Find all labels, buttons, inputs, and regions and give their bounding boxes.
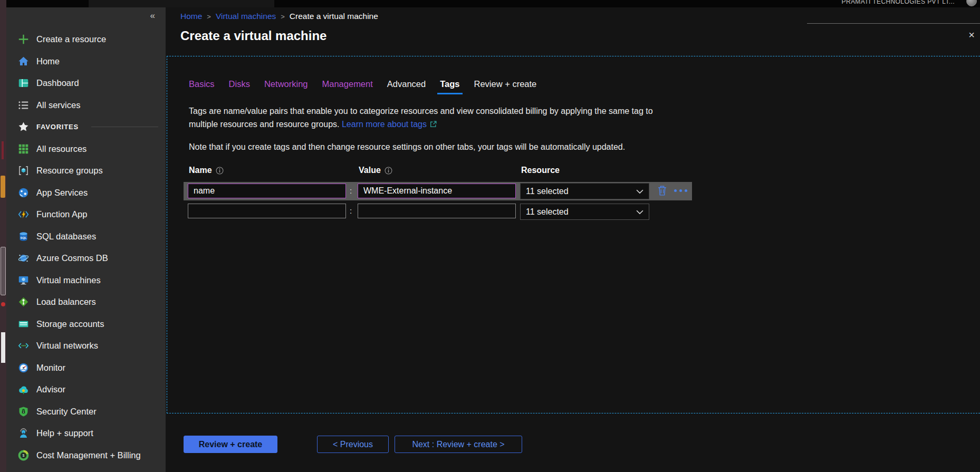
sidebar-item-function-app[interactable]: Function App [6,204,166,226]
pair-separator: : [350,186,352,195]
tag-name-input-empty[interactable] [188,204,346,218]
sidebar-item-monitor[interactable]: Monitor [6,357,166,379]
sidebar-item-create-a-resource[interactable]: Create a resource [6,28,166,51]
tab-advanced[interactable]: Advanced [387,79,426,89]
delete-row-button[interactable] [657,185,667,196]
sidebar-item-label: Dashboard [36,78,79,88]
column-header-name: Name [189,166,224,175]
sidebar-item-label: Monitor [36,363,65,373]
tag-name-input[interactable] [188,184,346,198]
svg-text:SQL: SQL [21,236,27,239]
chevron-down-icon [636,187,643,196]
previous-button[interactable]: < Previous [317,436,389,453]
sidebar-item-label: All services [36,100,80,110]
tab-management[interactable]: Management [322,79,373,89]
top-bar: PRAMATI TECHNOLOGIES PVT LT... [6,0,980,7]
sidebar-item-label: Advisor [36,384,65,394]
resource-dropdown-value: 11 selected [526,207,569,217]
close-icon[interactable]: × [968,30,975,40]
column-header-resource: Resource [521,166,560,175]
tag-value-input-empty[interactable] [358,204,516,218]
sidebar-item-load-balancers[interactable]: Load balancers [6,291,166,313]
resource-dropdown-value: 11 selected [526,187,569,196]
user-avatar-icon[interactable] [966,0,977,6]
sidebar-item-app-services[interactable]: App Services [6,182,166,204]
topbar-segment [89,0,274,7]
main-content: Home > Virtual machines > Create a virtu… [166,7,980,472]
sidebar-item-virtual-machines[interactable]: Virtual machines [6,269,166,292]
tab-disks[interactable]: Disks [229,79,250,89]
security-center-icon [18,406,29,417]
sidebar-item-azure-cosmos-db[interactable]: Azure Cosmos DB [6,247,166,269]
sidebar-item-storage-accounts[interactable]: Storage accounts [6,313,166,335]
collapse-sidebar-button[interactable]: « [150,11,155,21]
sidebar-item-label: Create a resource [36,34,106,44]
breadcrumb-virtual-machines[interactable]: Virtual machines [216,12,276,21]
info-icon[interactable] [216,167,224,175]
svg-text:$: $ [23,454,25,457]
tab-basics[interactable]: Basics [189,79,215,89]
page-title: Create a virtual machine [180,28,326,43]
sidebar-item-resource-groups[interactable]: Resource groups [6,160,166,182]
virtual-networks-icon [18,340,29,351]
info-icon[interactable] [385,167,392,175]
learn-more-link[interactable]: Learn more about tags [342,120,427,129]
app-services-icon [18,187,29,198]
tab-networking[interactable]: Networking [264,79,308,89]
load-balancers-icon [18,296,29,307]
chevron-down-icon [636,207,643,217]
sidebar-item-label: Cost Management + Billing [36,450,141,460]
sidebar-item-sql-databases[interactable]: SQL SQL databases [6,226,166,248]
tags-description: Tags are name/value pairs that enable yo… [189,104,653,132]
tag-value-input[interactable] [358,184,516,198]
column-header-value: Value [359,166,392,175]
sidebar-item-label: Azure Cosmos DB [36,253,108,263]
breadcrumb-separator: > [207,13,211,21]
sidebar-item-all-services[interactable]: All services [6,94,166,117]
tab-tags[interactable]: Tags [440,79,459,89]
resource-dropdown[interactable]: 11 selected [520,183,649,199]
ellipsis-dot [674,189,677,192]
breadcrumb-home[interactable]: Home [180,12,202,21]
pair-separator: : [350,206,352,215]
sidebar-item-label: Function App [36,209,87,219]
sql-databases-icon: SQL [18,231,29,242]
sidebar-section-label: FAVORITES [36,123,79,131]
sidebar-item-help-support[interactable]: Help + support [6,422,166,445]
tab-review-create[interactable]: Review + create [474,79,537,89]
sidebar: « Create a resource Home Dashboard All s… [6,7,166,472]
strip-decoration [1,176,5,198]
tags-description-line1: Tags are name/value pairs that enable yo… [189,104,653,118]
function-app-icon [18,209,29,220]
resource-dropdown[interactable]: 11 selected [520,204,649,220]
advisor-icon [18,384,29,395]
dashboard-icon [18,78,29,89]
tab-bar: Basics Disks Networking Management Advan… [189,79,536,89]
sidebar-item-dashboard[interactable]: Dashboard [6,72,166,94]
cosmos-db-icon [18,253,29,264]
sidebar-item-label: Storage accounts [36,319,104,329]
desktop-edge-strip [0,0,6,472]
ellipsis-dot [685,189,687,192]
sidebar-item-security-center[interactable]: Security Center [6,401,166,423]
screen: PRAMATI TECHNOLOGIES PVT LT... « Create … [0,0,980,472]
sidebar-item-label: Virtual machines [36,275,101,285]
sidebar-item-advisor[interactable]: Advisor [6,379,166,401]
review-create-button[interactable]: Review + create [184,436,277,453]
more-options-button[interactable] [674,189,687,192]
sidebar-item-virtual-networks[interactable]: Virtual networks [6,335,166,357]
sidebar-item-cost-management-billing[interactable]: $ Cost Management + Billing [6,445,166,467]
sidebar-item-label: Virtual networks [36,341,98,351]
sidebar-item-home[interactable]: Home [6,51,166,73]
star-icon [18,121,29,132]
sidebar-item-label: Resource groups [36,166,103,176]
sidebar-item-label: Security Center [36,407,97,417]
plus-icon [18,34,29,45]
grid-icon [18,143,29,155]
tenant-name: PRAMATI TECHNOLOGIES PVT LT... [842,0,955,5]
sidebar-item-all-resources[interactable]: All resources [6,138,166,160]
tags-description-line2: multiple resources and resource groups. … [189,118,653,132]
cost-management-icon: $ [18,450,29,461]
next-button[interactable]: Next : Review + create > [395,436,522,453]
sidebar-item-label: SQL databases [36,232,96,242]
